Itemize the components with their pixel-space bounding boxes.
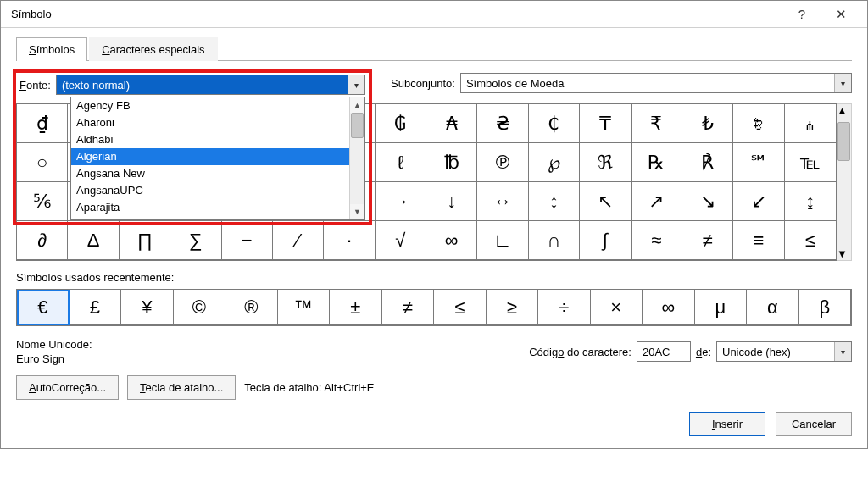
character-cell[interactable]: ℠	[733, 143, 784, 182]
character-cell[interactable]: ₻	[733, 104, 784, 143]
tab-special-characters[interactable]: Caracteres especiais	[89, 37, 217, 61]
shortcut-display: Tecla de atalho: Alt+Ctrl+E	[244, 381, 374, 394]
insert-button[interactable]: Inserir	[689, 412, 765, 436]
font-dropdown[interactable]: Agency FBAharoniAldhabiAlgerianAngsana N…	[70, 97, 365, 220]
subset-combo[interactable]: Símbolos de Moeda ▾	[460, 73, 852, 93]
help-button[interactable]: ?	[782, 2, 821, 27]
recent-symbol-cell[interactable]: €	[17, 290, 70, 325]
chevron-down-icon[interactable]: ▾	[834, 342, 851, 361]
recent-symbol-cell[interactable]: μ	[695, 290, 748, 325]
recent-symbol-cell[interactable]: ±	[330, 290, 382, 325]
chevron-down-icon[interactable]: ▾	[348, 75, 364, 94]
scroll-down-icon[interactable]: ▼	[350, 204, 364, 219]
character-cell[interactable]: ∫	[580, 221, 631, 260]
character-cell[interactable]: ↨	[785, 182, 836, 221]
recent-symbol-cell[interactable]: ®	[225, 290, 278, 325]
character-cell[interactable]: ℗	[477, 143, 528, 182]
character-cell[interactable]: ₺	[682, 104, 733, 143]
character-cell[interactable]: ∙	[324, 221, 375, 260]
character-cell[interactable]: ₵	[529, 104, 580, 143]
character-cell[interactable]: ≤	[785, 221, 836, 260]
shortcut-key-button[interactable]: Tecla de atalho...	[127, 375, 236, 400]
chevron-down-icon[interactable]: ▾	[834, 74, 851, 92]
dropdown-scrollbar[interactable]: ▲ ▼	[349, 97, 364, 219]
lower-button-row: AutoCorreção... Tecla de atalho... Tecla…	[16, 375, 852, 400]
recent-symbol-cell[interactable]: ×	[591, 290, 643, 325]
font-option[interactable]: AngsanaUPC	[71, 182, 349, 199]
titlebar: Símbolo ? ✕	[1, 1, 867, 28]
autocorrect-button[interactable]: AutoCorreção...	[16, 375, 119, 400]
character-cell[interactable]: ↗	[632, 182, 682, 221]
recent-symbol-cell[interactable]: ™	[278, 290, 331, 325]
scroll-thumb[interactable]	[351, 113, 364, 138]
character-cell[interactable]: ↘	[682, 182, 733, 221]
recent-symbol-cell[interactable]: ≥	[487, 290, 539, 325]
character-cell[interactable]: ↖	[580, 182, 631, 221]
character-cell[interactable]: Δ	[68, 221, 119, 260]
character-cell[interactable]: ℞	[632, 143, 682, 182]
character-cell[interactable]: ∩	[529, 221, 580, 260]
character-cell[interactable]: ₴	[477, 104, 528, 143]
scroll-down-icon[interactable]: ▼	[837, 247, 851, 260]
character-cell[interactable]: ≠	[682, 221, 733, 260]
scroll-thumb[interactable]	[837, 122, 850, 161]
character-cell[interactable]: ₳	[426, 104, 477, 143]
tab-symbols[interactable]: Símbolos	[16, 37, 87, 61]
character-cell[interactable]: ↕	[529, 182, 580, 221]
character-cell[interactable]: ↓	[426, 182, 477, 221]
font-combo[interactable]: (texto normal) ▾	[56, 75, 365, 95]
character-cell[interactable]: ℟	[682, 143, 733, 182]
recent-symbol-cell[interactable]: ©	[174, 290, 226, 325]
recent-symbol-cell[interactable]: ∞	[643, 290, 695, 325]
font-combo-value: (texto normal)	[57, 75, 348, 94]
character-cell[interactable]: ℓ	[376, 143, 426, 182]
character-cell[interactable]: ₹	[632, 104, 682, 143]
recent-symbol-cell[interactable]: β	[799, 290, 852, 325]
character-cell[interactable]: ₼	[785, 104, 836, 143]
font-option[interactable]: Algerian	[71, 148, 349, 165]
character-cell[interactable]: ≈	[632, 221, 682, 260]
recent-symbols-grid[interactable]: €£¥©®™±≠≤≥÷×∞μαβ	[16, 289, 852, 326]
character-cell[interactable]: ₲	[376, 104, 426, 143]
character-cell[interactable]: −	[222, 221, 273, 260]
character-cell[interactable]: ↔	[477, 182, 528, 221]
character-cell[interactable]: ∟	[477, 221, 528, 260]
font-option[interactable]: Aldhabi	[71, 131, 349, 148]
encoding-combo[interactable]: Unicode (hex) ▾	[716, 341, 852, 362]
de-label: de:	[696, 346, 711, 358]
character-cell[interactable]: ∞	[426, 221, 477, 260]
character-cell[interactable]: √	[376, 221, 426, 260]
font-option[interactable]: Aparajita	[71, 199, 349, 216]
recent-symbol-cell[interactable]: ÷	[538, 290, 591, 325]
scroll-up-icon[interactable]: ▲	[350, 97, 364, 113]
close-button[interactable]: ✕	[821, 2, 860, 27]
tab-special-label: aracteres especiais	[110, 43, 205, 56]
font-option[interactable]: Angsana New	[71, 165, 349, 182]
font-option[interactable]: Agency FB	[71, 97, 349, 114]
character-cell[interactable]: ∂	[17, 221, 68, 260]
character-cell[interactable]: ℘	[529, 143, 580, 182]
recent-symbol-cell[interactable]: α	[747, 290, 799, 325]
recent-symbol-cell[interactable]: ≤	[434, 290, 487, 325]
character-cell[interactable]: →	[376, 182, 426, 221]
cancel-button[interactable]: Cancelar	[776, 412, 852, 436]
recent-symbol-cell[interactable]: £	[70, 290, 122, 325]
character-cell[interactable]: ↙	[733, 182, 784, 221]
recent-symbol-cell[interactable]: ≠	[382, 290, 435, 325]
character-cell[interactable]: ∕	[273, 221, 324, 260]
character-cell[interactable]: ℜ	[580, 143, 631, 182]
character-cell[interactable]: ∑	[170, 221, 221, 260]
grid-scrollbar[interactable]: ▲ ▼	[837, 103, 852, 261]
character-cell[interactable]: ≡	[733, 221, 784, 260]
font-option[interactable]: Aharoni	[71, 114, 349, 131]
char-code-input[interactable]: 20AC	[637, 341, 691, 362]
character-cell[interactable]: ℡	[785, 143, 836, 182]
character-cell[interactable]: ₸	[580, 104, 631, 143]
dialog-body: Símbolos Caracteres especiais Fonte: (te…	[1, 28, 867, 448]
tab-bar: Símbolos Caracteres especiais	[16, 36, 852, 61]
recent-symbol-cell[interactable]: ¥	[121, 290, 174, 325]
scroll-up-icon[interactable]: ▲	[837, 104, 851, 117]
character-cell[interactable]: ℔	[426, 143, 477, 182]
scroll-track[interactable]	[350, 113, 364, 204]
character-cell[interactable]: ∏	[120, 221, 170, 260]
